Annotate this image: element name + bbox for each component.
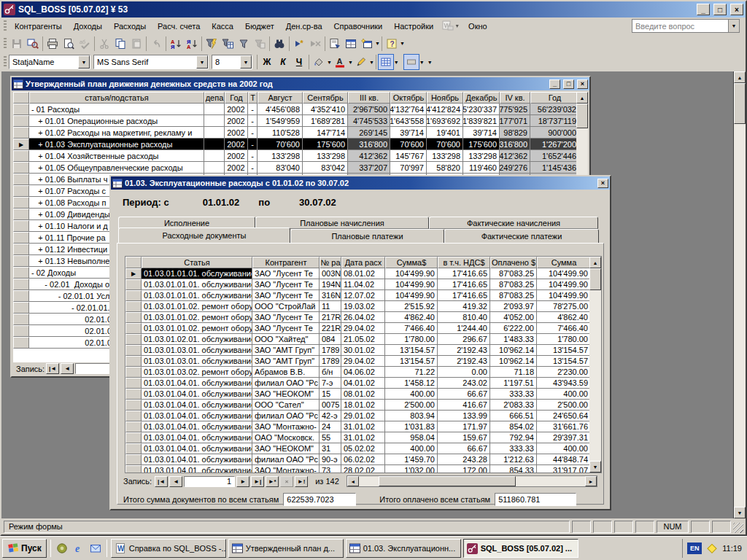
period-to-value[interactable]: 30.07.02 xyxy=(299,197,336,208)
row-selector[interactable] xyxy=(125,323,142,334)
record-number-input[interactable]: 1 xyxy=(184,476,235,487)
row-selector[interactable] xyxy=(125,268,142,279)
row-selector[interactable] xyxy=(13,104,29,115)
first-record-button[interactable]: |◄ xyxy=(155,476,168,487)
save-icon[interactable] xyxy=(9,36,25,52)
scroll-left-icon[interactable]: ◄ xyxy=(347,476,359,486)
document-row[interactable]: 01.03.01.04.01. обслуживаниеЗАО "НЕОКОМ"… xyxy=(125,443,601,454)
row-selector[interactable] xyxy=(125,367,142,378)
font-size-combo[interactable]: 8 ▼ xyxy=(212,55,252,69)
document-row[interactable]: 01.03.01.04.01. обслуживаниефилиал ОАО "… xyxy=(125,411,601,421)
menu-item[interactable]: Доходы xyxy=(68,19,108,34)
close-button[interactable]: × xyxy=(730,4,743,15)
dropdown-icon[interactable]: ▼ xyxy=(240,55,252,69)
document-row[interactable]: 01.03.01.04.01. обслуживаниефилиал ОАО "… xyxy=(125,378,601,389)
new-object-icon[interactable] xyxy=(359,36,375,52)
word-merge-menu-icon[interactable]: W▼ xyxy=(439,20,462,31)
plan-column-header[interactable]: IV кв. xyxy=(500,92,530,104)
properties-icon[interactable] xyxy=(327,36,343,52)
sort-ascending-icon[interactable]: АЯ xyxy=(168,36,184,52)
special-effect-dropdown-icon[interactable]: ▼ xyxy=(419,60,425,65)
row-selector[interactable] xyxy=(13,209,29,220)
task-button-sqlboss[interactable]: SQL_BOSS [05.07.02] ... xyxy=(463,539,578,558)
document-row[interactable]: 01.03.01.04.01. обслуживаниеЗАО "Монтажн… xyxy=(125,421,601,432)
document-row[interactable]: 01.03.01.03.01. обслуживаниеЗАО "АМТ Гру… xyxy=(125,345,601,356)
tab[interactable]: Фактические платежи xyxy=(444,229,599,243)
scrollbar-thumb[interactable] xyxy=(576,104,588,128)
total-sum-field[interactable]: 622539.7023 xyxy=(283,493,356,506)
document-row[interactable]: 01.03.01.04.01. обслуживаниеЗАО "НЕОКОМ"… xyxy=(125,389,601,400)
new-record-icon[interactable]: * xyxy=(291,36,307,52)
help-dropdown-icon[interactable]: ▼ xyxy=(400,41,405,46)
row-selector[interactable] xyxy=(13,197,29,209)
object-combo[interactable]: StatjaName ▼ xyxy=(9,55,90,69)
scroll-up-icon[interactable]: ▲ xyxy=(734,71,746,83)
filter-by-form-icon[interactable] xyxy=(220,36,236,52)
document-row[interactable]: 01.03.01.04.01. обслуживаниеОАО "Московс… xyxy=(125,432,601,443)
document-row[interactable]: 01.03.01.04.01. обслуживаниеООО "Сател"0… xyxy=(125,400,601,411)
new-record-button[interactable]: ►* xyxy=(266,476,279,487)
row-selector[interactable] xyxy=(13,162,29,174)
plan-column-header[interactable]: Август xyxy=(258,92,303,104)
ask-dropdown-icon[interactable]: ▼ xyxy=(728,20,739,32)
plan-column-header[interactable]: Т xyxy=(248,92,258,104)
special-effect-icon[interactable] xyxy=(403,54,419,70)
dropdown-icon[interactable]: ▼ xyxy=(196,55,208,69)
find-icon[interactable] xyxy=(271,36,287,52)
toolbar-grip[interactable] xyxy=(4,56,7,68)
menu-item[interactable]: Бюджет xyxy=(239,19,280,34)
row-selector[interactable] xyxy=(13,337,29,349)
prev-record-button[interactable]: ◄ xyxy=(169,476,182,487)
document-row[interactable]: 01.03.01.04.01. обслуживаниеЗАО "Монтажн… xyxy=(125,465,601,473)
document-row[interactable]: 01.03.01.01.01. обслуживаниеЗАО "Лусент … xyxy=(125,279,601,290)
help-icon[interactable]: ? xyxy=(384,36,400,52)
row-selector[interactable] xyxy=(125,301,142,312)
gridlines-icon[interactable] xyxy=(378,54,394,70)
document-row[interactable]: 01.03.01.01.01. обслуживаниеЗАО "Лусент … xyxy=(125,290,601,301)
scroll-up-icon[interactable]: ▲ xyxy=(589,257,601,268)
row-selector[interactable] xyxy=(125,454,142,465)
scroll-down-icon[interactable]: ▼ xyxy=(734,507,746,518)
row-selector[interactable] xyxy=(13,255,29,267)
row-selector[interactable] xyxy=(13,220,29,232)
document-row[interactable]: 01.03.01.02.01. обслуживаниеООО "Хайтед"… xyxy=(125,334,601,345)
cancel-button[interactable]: × xyxy=(280,476,293,487)
plan-column-header[interactable]: статья/подстатья xyxy=(29,92,204,104)
workspace-vertical-scrollbar[interactable]: ▲ ▼ xyxy=(733,71,746,518)
row-selector[interactable] xyxy=(125,389,142,400)
document-row[interactable]: 01.03.01.01.01. обслуживаниеЗАО "Лусент … xyxy=(125,268,601,279)
row-selector[interactable] xyxy=(125,345,142,356)
documents-column-header[interactable]: Сумма$ xyxy=(385,257,438,268)
document-row[interactable]: 01.03.01.03.01. обслуживаниеЗАО "АМТ Гру… xyxy=(125,356,601,367)
plan-column-header[interactable]: Ноябрь xyxy=(427,92,463,104)
row-selector[interactable] xyxy=(125,290,142,301)
documents-column-header[interactable]: в т.ч. НДС$ xyxy=(438,257,490,268)
start-button[interactable]: Пуск xyxy=(2,539,47,558)
documents-column-header[interactable]: Статья xyxy=(142,257,252,268)
plan-table-row[interactable]: - 01 Расходы2002-4'456'0884'352'4102'967… xyxy=(13,104,579,115)
row-selector[interactable] xyxy=(13,139,29,150)
row-selector[interactable] xyxy=(13,267,29,279)
search-database-icon[interactable] xyxy=(25,36,41,52)
row-selector[interactable] xyxy=(125,465,142,473)
copy-icon[interactable] xyxy=(112,36,128,52)
fill-color-dropdown-icon[interactable]: ▼ xyxy=(327,60,332,65)
row-selector[interactable] xyxy=(125,432,142,443)
documents-column-header[interactable]: Оплачено $ xyxy=(490,257,537,268)
print-preview-icon[interactable] xyxy=(61,36,77,52)
resize-grip[interactable] xyxy=(733,523,743,533)
row-selector[interactable] xyxy=(13,115,29,127)
row-selector[interactable] xyxy=(13,314,29,325)
documents-column-header[interactable]: Сумма xyxy=(537,257,591,268)
row-selector[interactable] xyxy=(125,312,142,323)
plan-close-button[interactable]: × xyxy=(577,79,588,89)
new-object-dropdown-icon[interactable]: ▼ xyxy=(375,41,380,46)
font-color-dropdown-icon[interactable]: ▼ xyxy=(348,60,353,65)
total-paid-field[interactable]: 511860.781 xyxy=(495,493,576,506)
row-selector[interactable] xyxy=(13,174,29,185)
first-record-button[interactable]: |◄ xyxy=(46,363,59,374)
quicklaunch-outlook-icon[interactable] xyxy=(88,540,103,556)
scroll-right-icon[interactable]: ► xyxy=(585,476,597,486)
print-icon[interactable] xyxy=(44,36,61,52)
plan-minimize-button[interactable]: _ xyxy=(549,79,560,89)
